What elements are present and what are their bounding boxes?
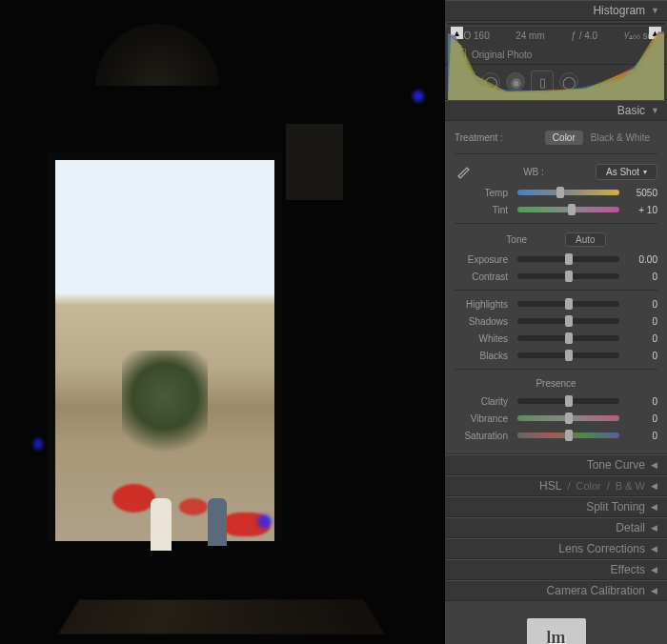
app-root: Histogram ▼ ▲ ▲ ISO 160 24 mm ƒ / 4.0 ¹⁄… bbox=[0, 0, 667, 644]
highlights-value[interactable]: 0 bbox=[623, 299, 657, 310]
blacks-label: Blacks bbox=[455, 351, 514, 361]
contrast-slider[interactable] bbox=[517, 273, 619, 279]
histogram-title: Histogram bbox=[593, 4, 645, 17]
exposure-label: Exposure bbox=[455, 254, 514, 265]
blacks-slider[interactable] bbox=[517, 352, 619, 358]
hsl-bw: B & W bbox=[616, 480, 645, 492]
tint-label: Tint bbox=[455, 205, 514, 215]
collapse-icon: ▼ bbox=[651, 6, 659, 15]
tint-row: Tint + 10 bbox=[455, 201, 657, 218]
clarity-slider[interactable] bbox=[517, 398, 619, 404]
wb-label: WB : bbox=[479, 167, 588, 177]
tint-slider[interactable] bbox=[517, 207, 619, 212]
shadow-clip-overlay bbox=[413, 91, 424, 102]
saturation-label: Saturation bbox=[455, 431, 514, 441]
temp-label: Temp bbox=[455, 188, 514, 198]
contrast-value[interactable]: 0 bbox=[623, 272, 657, 282]
expand-icon: ◀ bbox=[651, 565, 657, 574]
effects-panel-header[interactable]: Effects◀ bbox=[445, 559, 667, 580]
tint-value[interactable]: + 10 bbox=[623, 205, 657, 215]
exposure-value[interactable]: 0.00 bbox=[623, 254, 657, 265]
split-toning-panel-header[interactable]: Split Toning◀ bbox=[445, 496, 667, 517]
temp-row: Temp 5050 bbox=[455, 184, 657, 201]
vibrance-slider[interactable] bbox=[517, 415, 619, 421]
detail-title: Detail bbox=[616, 521, 645, 534]
clarity-value[interactable]: 0 bbox=[623, 396, 657, 407]
dropdown-icon: ▾ bbox=[643, 168, 647, 176]
expand-icon: ◀ bbox=[651, 523, 657, 533]
split-title: Split Toning bbox=[586, 500, 645, 513]
expand-icon: ◀ bbox=[651, 481, 657, 491]
tonecurve-title: Tone Curve bbox=[587, 458, 645, 472]
tone-label: Tone bbox=[506, 234, 527, 245]
shadows-label: Shadows bbox=[455, 316, 514, 327]
histogram-display[interactable]: ▲ ▲ bbox=[447, 23, 665, 25]
photo-detail-person bbox=[151, 498, 172, 551]
basic-title: Basic bbox=[617, 104, 645, 117]
histogram-svg bbox=[448, 24, 664, 100]
histogram-panel-header[interactable]: Histogram ▼ bbox=[445, 0, 667, 21]
treatment-label: Treatment : bbox=[455, 132, 545, 143]
clarity-label: Clarity bbox=[455, 396, 514, 407]
shadow-clip-overlay bbox=[33, 438, 43, 450]
photo-detail-tree bbox=[122, 351, 208, 465]
camera-cal-panel-header[interactable]: Camera Calibration◀ bbox=[445, 580, 667, 601]
expand-icon: ◀ bbox=[651, 502, 657, 512]
treatment-bw[interactable]: Black & White bbox=[583, 131, 657, 145]
photo-canvas bbox=[0, 0, 445, 644]
vibrance-value[interactable]: 0 bbox=[623, 413, 657, 424]
photo-detail-person bbox=[208, 498, 227, 546]
shadows-slider[interactable] bbox=[517, 318, 619, 324]
brand-logo: lm bbox=[527, 618, 586, 644]
exposure-slider[interactable] bbox=[517, 256, 619, 262]
treatment-row: Treatment : Color Black & White bbox=[455, 127, 657, 149]
temp-value[interactable]: 5050 bbox=[623, 188, 657, 198]
saturation-value[interactable]: 0 bbox=[623, 431, 657, 441]
highlights-slider[interactable] bbox=[517, 301, 619, 307]
collapse-icon: ▼ bbox=[651, 106, 659, 115]
highlights-label: Highlights bbox=[455, 299, 514, 310]
saturation-slider[interactable] bbox=[517, 433, 619, 438]
presence-subhead: Presence bbox=[455, 374, 657, 392]
wb-eyedropper-icon[interactable] bbox=[455, 163, 472, 180]
whites-slider[interactable] bbox=[517, 335, 619, 341]
basic-panel-header[interactable]: Basic ▼ bbox=[445, 100, 667, 121]
shadows-value[interactable]: 0 bbox=[623, 316, 657, 327]
photo-detail-rug bbox=[57, 599, 385, 634]
camcal-title: Camera Calibration bbox=[547, 584, 645, 597]
panel-footer: lm bbox=[445, 601, 667, 644]
basic-panel-body: Treatment : Color Black & White WB : As … bbox=[445, 121, 667, 454]
treatment-color[interactable]: Color bbox=[545, 131, 583, 145]
lens-panel-header[interactable]: Lens Corrections◀ bbox=[445, 538, 667, 559]
image-preview-pane[interactable] bbox=[0, 0, 445, 644]
tonecurve-panel-header[interactable]: Tone Curve◀ bbox=[445, 454, 667, 475]
effects-title: Effects bbox=[611, 563, 645, 576]
develop-right-panel: Histogram ▼ ▲ ▲ ISO 160 24 mm ƒ / 4.0 ¹⁄… bbox=[445, 0, 667, 644]
whites-value[interactable]: 0 bbox=[623, 333, 657, 344]
blacks-value[interactable]: 0 bbox=[623, 351, 657, 361]
highlight-clip-overlay bbox=[179, 498, 208, 515]
hsl-color: Color bbox=[576, 480, 600, 492]
highlight-clip-overlay bbox=[112, 484, 155, 513]
vibrance-label: Vibrance bbox=[455, 413, 514, 424]
photo-detail-arch bbox=[95, 24, 219, 86]
photo-detail-doorway bbox=[48, 152, 282, 541]
lens-title: Lens Corrections bbox=[558, 542, 645, 555]
expand-icon: ◀ bbox=[651, 544, 657, 553]
whites-label: Whites bbox=[455, 333, 514, 344]
detail-panel-header[interactable]: Detail◀ bbox=[445, 517, 667, 538]
hsl-title: HSL bbox=[539, 479, 561, 493]
photo-detail-plaque bbox=[286, 124, 343, 200]
expand-icon: ◀ bbox=[651, 460, 657, 470]
tone-subhead: Tone Auto bbox=[455, 229, 657, 251]
hsl-panel-header[interactable]: HSL /Color /B & W ◀ bbox=[445, 475, 667, 496]
wb-preset-value: As Shot bbox=[606, 167, 639, 177]
temp-slider[interactable] bbox=[517, 190, 619, 195]
shadow-clip-overlay bbox=[257, 514, 272, 529]
auto-tone-button[interactable]: Auto bbox=[565, 232, 606, 247]
presence-label: Presence bbox=[536, 378, 576, 389]
wb-preset-dropdown[interactable]: As Shot ▾ bbox=[596, 164, 657, 180]
expand-icon: ◀ bbox=[651, 586, 657, 595]
wb-row: WB : As Shot ▾ bbox=[455, 159, 657, 184]
contrast-label: Contrast bbox=[455, 272, 514, 282]
